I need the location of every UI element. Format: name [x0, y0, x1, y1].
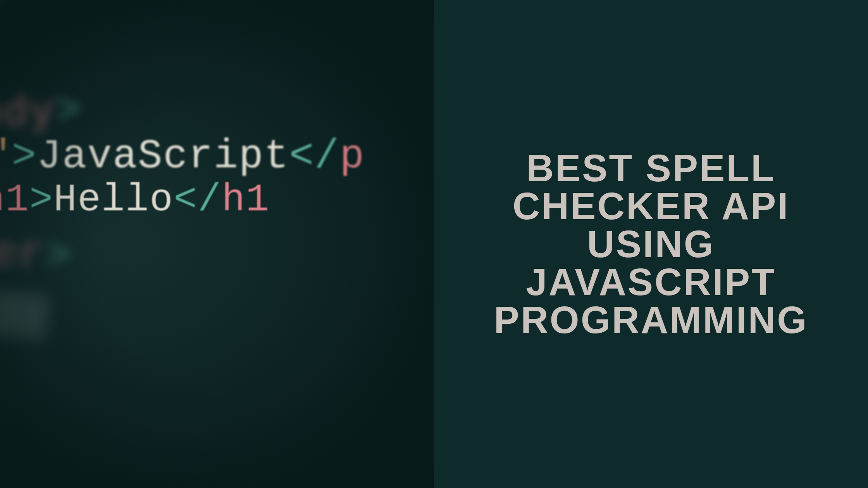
title-panel: BEST SPELL CHECKER API USING JAVASCRIPT …	[434, 0, 868, 488]
code-line-body: body>	[0, 86, 83, 141]
code-image-panel: ml> > body> o">JavaScript</p <h1>Hello</…	[0, 0, 434, 488]
code-line-hello: <h1>Hello</h1	[0, 178, 270, 222]
code-line-blur-bottom: nter>	[0, 225, 74, 283]
code-line-javascript: o">JavaScript</p	[0, 134, 365, 180]
banner-container: ml> > body> o">JavaScript</p <h1>Hello</…	[0, 0, 868, 488]
banner-title: BEST SPELL CHECKER API USING JAVASCRIPT …	[457, 149, 845, 339]
